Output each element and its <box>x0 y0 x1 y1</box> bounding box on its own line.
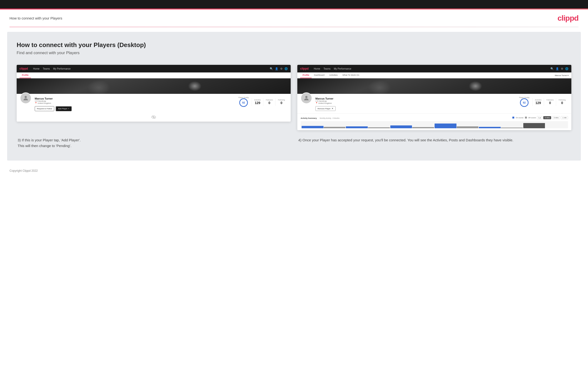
stat-activities-left: Activities 129 <box>252 98 263 106</box>
tab-dashboard-right[interactable]: Dashboard <box>311 72 327 78</box>
settings-icon-right[interactable]: ⚙ <box>561 67 563 70</box>
off-course-legend <box>525 117 527 118</box>
profile-section-right: Marcus Turner 1-5 Handicap 📍 United King… <box>297 94 571 113</box>
on-course-legend <box>512 117 514 118</box>
app-tabs-left: Profile <box>17 72 291 78</box>
chart-bar-offcourse-1 <box>324 127 346 128</box>
chart-bar-offcourse-3 <box>412 127 434 128</box>
description-right: 4) Once your Player has accepted your re… <box>297 137 571 149</box>
stat-followers-right: Followers 0 <box>544 98 556 106</box>
chart-group-4 <box>435 124 478 128</box>
avatar-right <box>301 92 312 104</box>
tab-what-to-work-on-right[interactable]: What To Work On <box>340 72 362 78</box>
profile-info-right: Marcus Turner 1-5 Handicap 📍 United King… <box>315 96 513 111</box>
player-name-left: Marcus Turner <box>35 97 232 100</box>
player-name-right: Marcus Turner <box>315 97 513 100</box>
add-player-button-left[interactable]: Add Player + <box>56 106 72 111</box>
profile-section-left: Marcus Turner 1-5 Handicap 📍 United King… <box>17 94 291 114</box>
marcus-dropdown[interactable]: Marcus Turner ▾ <box>555 74 569 76</box>
quality-section-left: Player Quality 92 <box>235 96 252 108</box>
plus-icon-left: + <box>68 108 69 110</box>
chart-group-3 <box>390 125 434 128</box>
banner-golf-right <box>297 78 571 94</box>
activity-chart <box>301 121 568 128</box>
banner-left <box>17 78 291 94</box>
page-footer: Copyright Clippd 2022 <box>0 165 588 176</box>
main-content: How to connect with your Players (Deskto… <box>7 32 581 161</box>
filter-legend: On course Off course <box>512 117 536 118</box>
quality-circle-left: 92 <box>239 98 248 107</box>
tab-profile-left[interactable]: Profile <box>19 72 31 78</box>
quality-section-right: Player Quality 92 <box>516 96 532 108</box>
chart-group-5 <box>479 127 523 128</box>
activity-subtitle: Monthly Activity - 6 Months <box>320 117 339 119</box>
eye-icon-left <box>17 114 291 122</box>
chart-bar-oncourse-6 <box>523 123 545 128</box>
stat-following-left: Following 0 <box>275 98 287 106</box>
chart-bar-oncourse-4 <box>435 124 457 128</box>
globe-icon-left[interactable]: 🌐 <box>285 67 288 70</box>
chart-bar-offcourse-4 <box>457 126 479 128</box>
tab-activities-right[interactable]: Activities <box>327 72 340 78</box>
main-title: How to connect with your Players (Deskto… <box>17 41 571 49</box>
settings-icon-left[interactable]: ⚙ <box>280 67 283 70</box>
quality-circle-right: 92 <box>520 98 528 107</box>
chart-bar-offcourse-2 <box>368 127 390 128</box>
tab-profile-right[interactable]: Profile <box>300 72 311 78</box>
filter-1mth[interactable]: 1 mth <box>561 116 568 119</box>
stat-activities-right: Activities 129 <box>532 98 544 106</box>
activity-title: Activity Summary <box>301 117 317 119</box>
header-divider <box>9 27 579 27</box>
location-pin-icon-left: 📍 <box>35 102 37 104</box>
follow-button-left[interactable]: Request to Follow <box>35 106 54 111</box>
chart-group-6 <box>523 123 567 128</box>
profile-info-left: Marcus Turner 1-5 Handicap 📍 United King… <box>35 96 232 111</box>
screenshot-left: clippd Home Teams My Performance 🔍 👤 ⚙ 🌐… <box>17 65 291 130</box>
nav-icons-left: 🔍 👤 ⚙ 🌐 <box>270 67 288 70</box>
chart-bar-oncourse-2 <box>346 126 368 128</box>
nav-home-right[interactable]: Home <box>314 67 320 70</box>
descriptions-row: 3) If this is your Player tap, 'Add Play… <box>17 137 571 149</box>
filter-3mths[interactable]: 3 mths <box>552 116 560 119</box>
avatar-left <box>20 92 31 104</box>
nav-home-left[interactable]: Home <box>33 67 40 70</box>
banner-golf-left <box>17 78 291 94</box>
stat-followers-left: Followers 0 <box>263 98 275 106</box>
user-icon-right[interactable]: 👤 <box>556 67 559 70</box>
screenshot-right: clippd Home Teams My Performance 🔍 👤 ⚙ 🌐… <box>297 65 571 130</box>
filter-6mths[interactable]: 6 mths <box>543 116 551 119</box>
player-location-right: 📍 United Kingdom <box>315 102 513 104</box>
chart-group-2 <box>346 126 390 128</box>
nav-teams-right[interactable]: Teams <box>323 67 330 70</box>
nav-my-performance-left[interactable]: My Performance <box>53 67 70 70</box>
breadcrumb: How to connect with your Players <box>9 16 62 20</box>
chevron-down-icon: ▾ <box>568 74 569 76</box>
nav-my-performance-right[interactable]: My Performance <box>334 67 351 70</box>
search-icon-right[interactable]: 🔍 <box>550 67 554 70</box>
main-subtitle: Find and connect with your Players <box>17 50 571 55</box>
svg-point-0 <box>25 96 27 98</box>
user-icon-left[interactable]: 👤 <box>275 67 278 70</box>
search-icon-left[interactable]: 🔍 <box>270 67 273 70</box>
stat-following-right: Following 0 <box>556 98 568 106</box>
nav-icons-right: 🔍 👤 ⚙ 🌐 <box>550 67 569 70</box>
app-logo-left: clippd <box>19 67 28 70</box>
player-handicap-right: 1-5 Handicap <box>315 100 513 102</box>
chart-bar-oncourse-5 <box>479 127 501 128</box>
description-text-left: 3) If this is your Player tap, 'Add Play… <box>17 137 290 149</box>
app-logo-right: clippd <box>300 67 309 70</box>
activity-section-right: Activity Summary Monthly Activity - 6 Mo… <box>297 113 571 130</box>
app-navbar-left: clippd Home Teams My Performance 🔍 👤 ⚙ 🌐 <box>17 65 291 72</box>
chart-bar-offcourse-5 <box>501 128 523 128</box>
mock-app-left: clippd Home Teams My Performance 🔍 👤 ⚙ 🌐… <box>17 65 291 122</box>
app-tabs-right: Profile Dashboard Activities What To Wor… <box>297 72 571 78</box>
remove-player-button[interactable]: Remove Player ✕ <box>315 106 336 111</box>
description-left: 3) If this is your Player tap, 'Add Play… <box>17 137 291 149</box>
chart-group-1 <box>302 126 345 128</box>
nav-teams-left[interactable]: Teams <box>43 67 50 70</box>
filter-1yr[interactable]: 1 yr <box>537 116 543 119</box>
player-handicap-left: 1-5 Handicap <box>35 100 232 102</box>
screenshots-row: clippd Home Teams My Performance 🔍 👤 ⚙ 🌐… <box>17 65 571 130</box>
globe-icon-right[interactable]: 🌐 <box>565 67 569 70</box>
x-icon: ✕ <box>332 107 334 110</box>
